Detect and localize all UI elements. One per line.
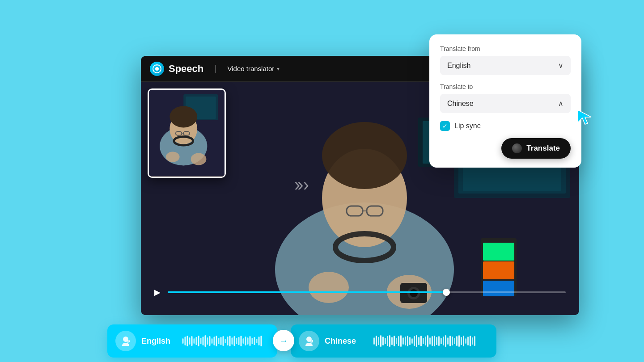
translate-from-value: English [447,62,470,70]
svg-rect-104 [432,336,433,346]
svg-rect-86 [391,337,393,345]
svg-rect-103 [429,337,431,345]
svg-rect-119 [465,338,466,344]
main-container: Speech | Video translator ▾ [72,29,572,333]
svg-rect-117 [461,337,462,345]
english-audio-label: English [141,337,170,346]
svg-rect-90 [400,335,402,347]
nav-chevron-icon: ▾ [277,66,280,72]
progress-thumb [443,289,450,296]
video-translator-label: Video translator [227,65,274,72]
topbar-divider: | [214,63,216,74]
svg-rect-41 [185,337,186,345]
svg-rect-93 [407,336,408,346]
svg-rect-45 [194,338,195,344]
translate-to-value: Chinese [447,100,474,108]
svg-rect-116 [458,335,460,347]
svg-rect-73 [256,339,258,343]
lip-sync-label: Lip sync [454,122,481,130]
translate-button-label: Translate [526,144,560,153]
svg-rect-42 [187,336,188,346]
play-icon: ▶ [154,288,161,297]
translate-panel: Translate from English ∨ Translate to Ch… [429,34,581,168]
checkmark-icon: ✓ [442,122,448,130]
arrow-circle: → [273,330,294,351]
svg-rect-43 [189,337,191,345]
svg-marker-37 [578,110,591,124]
svg-rect-109 [443,337,444,345]
svg-point-36 [191,153,207,165]
svg-rect-65 [238,337,240,345]
svg-rect-88 [396,338,397,344]
svg-rect-98 [418,337,419,345]
svg-rect-102 [427,335,428,347]
svg-rect-75 [261,336,262,346]
translate-button[interactable]: Translate [501,138,571,159]
svg-rect-81 [380,335,381,347]
svg-rect-112 [449,336,451,346]
svg-rect-67 [243,338,244,344]
translate-to-dropdown[interactable]: Chinese ∧ [440,94,571,113]
svg-rect-69 [247,337,249,345]
play-button[interactable]: ▶ [154,287,161,297]
svg-rect-70 [250,336,251,346]
svg-rect-85 [389,335,390,347]
translate-btn-row: Translate [440,138,571,159]
video-translator-menu[interactable]: Video translator ▾ [227,65,280,72]
forward-arrows: ›› › [294,174,306,194]
svg-point-1 [155,67,159,71]
progress-bar-area: ▶ [141,287,579,297]
svg-rect-96 [414,336,415,346]
svg-rect-56 [218,338,220,344]
svg-rect-80 [378,337,379,345]
svg-rect-44 [191,336,193,346]
svg-rect-120 [467,337,469,345]
translate-from-dropdown[interactable]: English ∨ [440,56,571,75]
chinese-audio-icon [299,331,319,351]
progress-fill [168,291,446,293]
svg-rect-89 [398,336,399,346]
svg-rect-52 [209,336,211,346]
svg-rect-113 [452,337,453,345]
svg-rect-48 [200,338,202,344]
svg-rect-47 [198,336,199,346]
svg-rect-97 [416,335,417,347]
svg-rect-68 [245,337,246,345]
svg-rect-105 [434,336,435,346]
svg-rect-53 [212,338,213,344]
svg-rect-59 [225,339,226,343]
svg-rect-95 [411,338,413,344]
svg-rect-49 [203,337,204,345]
svg-rect-118 [463,336,464,346]
chinese-audio-label: Chinese [325,337,356,346]
svg-rect-66 [241,336,242,346]
svg-rect-106 [436,337,437,345]
svg-rect-100 [423,338,424,344]
chinese-audio-card: Chinese [291,324,496,358]
english-audio-icon [115,331,136,351]
svg-rect-46 [196,337,197,345]
cursor-arrow-icon [576,108,594,126]
svg-rect-51 [207,337,208,345]
progress-track[interactable] [168,291,566,293]
svg-rect-84 [387,336,388,346]
svg-rect-83 [385,338,386,344]
chinese-waveform [361,335,488,347]
svg-rect-62 [232,337,233,345]
svg-rect-99 [420,336,422,346]
lip-sync-checkbox[interactable]: ✓ [440,121,450,131]
svg-rect-78 [373,337,375,345]
svg-rect-72 [254,337,255,345]
svg-rect-55 [216,336,217,346]
logo-area: Speech [150,62,203,76]
svg-rect-74 [258,337,260,345]
svg-rect-101 [425,337,426,345]
svg-point-30 [169,106,197,127]
svg-rect-63 [234,336,235,346]
svg-rect-58 [223,336,224,346]
svg-point-35 [166,152,180,162]
svg-rect-107 [438,336,440,346]
svg-rect-111 [447,337,449,345]
translate-from-label: Translate from [440,45,571,52]
svg-rect-71 [252,338,253,344]
